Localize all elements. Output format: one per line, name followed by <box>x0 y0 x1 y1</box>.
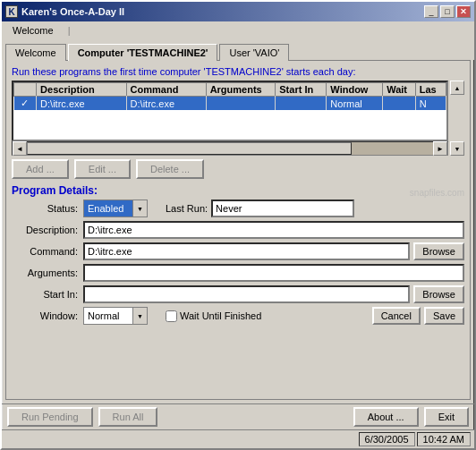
arguments-label: Arguments: <box>12 267 83 278</box>
time-display: 10:42 AM <box>417 432 471 446</box>
minimize-button[interactable]: _ <box>424 5 438 18</box>
wait-checkbox[interactable] <box>166 310 177 322</box>
status-dropdown[interactable]: Enabled ▼ <box>83 200 148 217</box>
close-button[interactable]: ✕ <box>456 5 471 18</box>
bottom-bar: Run Pending Run All About ... Exit <box>2 403 474 429</box>
window-dropdown[interactable]: Normal ▼ <box>83 307 148 325</box>
scroll-left-btn[interactable]: ◄ <box>13 141 27 156</box>
tab-welcome[interactable]: Welcome <box>5 44 66 61</box>
browse-startin-button[interactable]: Browse <box>413 285 464 303</box>
col-header-startin: Start In <box>276 83 327 97</box>
window-dropdown-arrow[interactable]: ▼ <box>132 308 147 324</box>
startin-label: Start In: <box>12 289 83 300</box>
window-title: Karen's Once-A-Day II <box>21 6 424 17</box>
cell-check: ✓ <box>14 97 37 111</box>
delete-button[interactable]: Delete ... <box>136 159 204 179</box>
arguments-row: Arguments: <box>12 264 464 282</box>
startin-row: Start In: Browse <box>12 285 464 303</box>
cell-command: D:\itrc.exe <box>126 97 206 111</box>
about-button[interactable]: About ... <box>353 407 419 427</box>
table-header-row: Description Command Arguments Start In W… <box>14 83 446 97</box>
col-header-window: Window <box>327 83 383 97</box>
menu-bar: Welcome | <box>2 21 474 39</box>
col-header-check <box>14 83 37 97</box>
arguments-input[interactable] <box>83 264 464 282</box>
cell-window: Normal <box>327 97 383 111</box>
app-icon: K <box>5 5 18 18</box>
status-bar: 6/30/2005 10:42 AM <box>2 429 474 448</box>
description-label: Description: <box>12 225 83 235</box>
edit-button[interactable]: Edit ... <box>74 159 131 179</box>
status-row: Status: Enabled ▼ Last Run: <box>12 200 464 217</box>
wait-label: Wait Until Finished <box>180 310 261 321</box>
status-dropdown-arrow[interactable]: ▼ <box>132 200 147 217</box>
scroll-down-btn[interactable]: ▼ <box>450 141 464 156</box>
status-value: Enabled <box>84 200 132 217</box>
window-controls: _ □ ✕ <box>424 5 471 18</box>
command-row: Command: Browse <box>12 242 464 260</box>
main-window: K Karen's Once-A-Day II _ □ ✕ Welcome | … <box>0 0 476 450</box>
h-scrollbar[interactable]: ◄ ► <box>12 141 448 156</box>
date-display: 6/30/2005 <box>359 432 415 446</box>
scroll-right-btn[interactable]: ► <box>433 141 447 156</box>
col-header-wait: Wait <box>383 83 416 97</box>
run-pending-button[interactable]: Run Pending <box>7 407 93 427</box>
status-label: Status: <box>12 203 83 214</box>
data-table[interactable]: Description Command Arguments Start In W… <box>12 81 448 141</box>
last-run-input[interactable] <box>211 200 354 217</box>
window-row: Window: Normal ▼ Wait Until Finished Can… <box>12 307 464 325</box>
cell-last: N <box>415 97 446 111</box>
maximize-button[interactable]: □ <box>440 5 455 18</box>
col-header-arguments: Arguments <box>206 83 276 97</box>
command-label: Command: <box>12 246 83 257</box>
title-bar: K Karen's Once-A-Day II _ □ ✕ <box>2 2 474 21</box>
table-wrapper: Description Command Arguments Start In W… <box>12 81 448 156</box>
tab-computer[interactable]: Computer 'TESTMACHINE2' <box>68 44 218 61</box>
save-button[interactable]: Save <box>424 307 464 325</box>
h-scroll-track[interactable] <box>27 142 433 155</box>
startin-input[interactable] <box>83 285 410 303</box>
grid-area: Description Command Arguments Start In W… <box>12 81 464 156</box>
cell-startin <box>276 97 327 111</box>
last-run-label: Last Run: <box>166 203 208 214</box>
tab-user[interactable]: User 'VAIO' <box>219 44 289 61</box>
scroll-up-btn[interactable]: ▲ <box>450 81 464 95</box>
v-scroll-spacer <box>450 95 464 141</box>
cancel-button[interactable]: Cancel <box>372 307 421 325</box>
cell-description: D:\itrc.exe <box>37 97 126 111</box>
exit-button[interactable]: Exit <box>424 407 469 427</box>
wait-checkbox-wrap[interactable]: Wait Until Finished <box>166 310 261 322</box>
add-button[interactable]: Add ... <box>12 159 69 179</box>
description-input[interactable] <box>83 221 464 239</box>
col-header-command: Command <box>126 83 206 97</box>
col-header-description: Description <box>37 83 126 97</box>
main-content: Run these programs the first time comput… <box>5 60 471 400</box>
menu-separator1: | <box>61 23 78 38</box>
window-label: Window: <box>12 310 83 321</box>
run-all-button[interactable]: Run All <box>98 407 158 427</box>
h-scroll-thumb[interactable] <box>27 142 352 155</box>
cell-wait <box>383 97 416 111</box>
action-buttons: Add ... Edit ... Delete ... <box>12 159 464 179</box>
cell-arguments <box>206 97 276 111</box>
window-value: Normal <box>84 310 132 321</box>
watermark: snapfiles.com <box>12 188 464 198</box>
instruction-text: Run these programs the first time comput… <box>12 66 464 77</box>
description-row: Description: <box>12 221 464 239</box>
col-header-last: Las <box>415 83 446 97</box>
menu-welcome[interactable]: Welcome <box>5 23 61 38</box>
table-row[interactable]: ✓ D:\itrc.exe D:\itrc.exe Normal N <box>14 97 446 111</box>
command-input[interactable] <box>83 242 410 260</box>
last-run-group: Last Run: <box>166 200 464 217</box>
tab-bar: Welcome Computer 'TESTMACHINE2' User 'VA… <box>2 39 474 60</box>
v-scroll-buttons: ▲ ▼ <box>450 81 464 156</box>
browse-command-button[interactable]: Browse <box>413 242 464 260</box>
